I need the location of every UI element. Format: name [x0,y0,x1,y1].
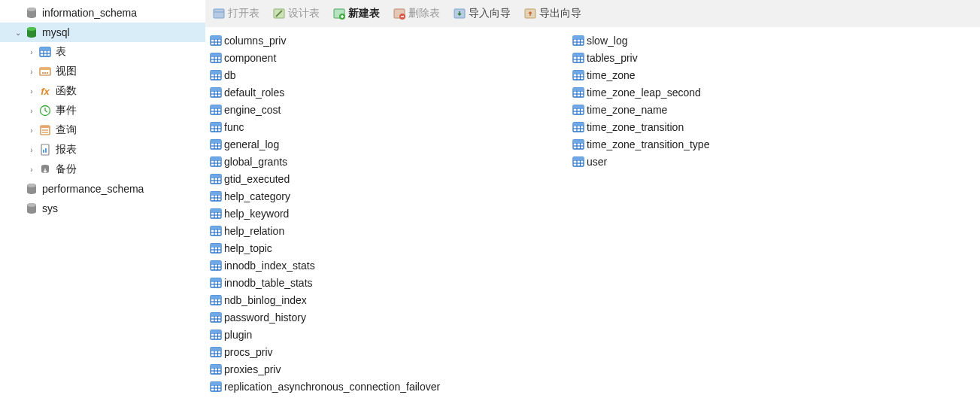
table-item[interactable]: help_relation [208,222,571,239]
table-item[interactable]: time_zone_transition_type [571,135,933,153]
table-item[interactable]: help_topic [208,239,571,257]
main-area: 打开表 设计表 新建表 删除表 导入向导 导出向导 [205,0,980,404]
db-node-performance-schema[interactable]: performance_schema [0,179,205,199]
table-item[interactable]: innodb_index_stats [208,257,571,274]
new-table-button[interactable]: 新建表 [330,5,383,22]
table-icon [572,104,584,116]
tree-label: 备份 [56,163,77,176]
table-name: user [587,156,607,168]
tree-label: 事件 [56,104,77,117]
button-label: 设计表 [288,7,320,20]
db-label: mysql [42,26,70,38]
table-name: component [224,52,276,64]
sidebar: information_schema ⌄ mysql › 表 › 视图 › fx… [0,0,205,404]
tree-node-reports[interactable]: › 报表 [0,140,205,159]
table-item[interactable]: innodb_table_stats [208,274,571,291]
table-name: help_relation [224,225,284,237]
expand-arrow-icon: › [27,126,36,135]
table-item[interactable]: columns_priv [208,32,571,49]
tree-label: 查询 [56,123,77,137]
tree-node-backup[interactable]: › 备份 [0,159,205,179]
db-label: performance_schema [42,183,144,195]
db-node-information-schema[interactable]: information_schema [0,3,205,23]
tree-node-queries[interactable]: › 查询 [0,120,205,140]
query-icon [38,123,52,137]
tree-label: 报表 [56,143,77,156]
delete-table-button[interactable]: 删除表 [390,5,443,22]
tree-node-events[interactable]: › 事件 [0,101,205,120]
table-item[interactable]: time_zone [571,66,933,84]
db-label: information_schema [42,7,137,19]
db-children-mysql: › 表 › 视图 › fx 函数 › 事件 › 查询 [0,42,205,179]
table-item[interactable]: help_category [208,187,571,205]
table-item[interactable]: password_history [208,308,571,326]
app-root: information_schema ⌄ mysql › 表 › 视图 › fx… [0,0,980,404]
table-item[interactable]: default_roles [208,84,571,101]
table-name: global_grants [224,156,287,168]
table-icon [572,87,584,99]
table-icon [210,87,222,99]
table-item[interactable]: time_zone_transition [571,118,933,135]
table-icon [572,156,584,168]
table-name: plugin [224,329,252,341]
table-name: gtid_executed [224,173,290,185]
table-icon [572,138,584,150]
table-icon [210,225,222,237]
table-item[interactable]: replication_asynchronous_connection_fail… [208,378,571,395]
tree-node-functions[interactable]: › fx 函数 [0,81,205,101]
table-icon [210,138,222,150]
table-item[interactable]: plugin [208,326,571,343]
table-name: innodb_index_stats [224,260,315,272]
collapse-arrow-icon: ⌄ [14,29,23,37]
table-item[interactable]: component [208,49,571,66]
design-table-icon [273,8,285,20]
table-item[interactable]: help_keyword [208,205,571,222]
table-name: help_topic [224,242,272,254]
table-item[interactable]: engine_cost [208,101,571,118]
tree-label: 表 [56,45,66,59]
table-icon [210,35,222,47]
table-icon [210,190,222,202]
table-item[interactable]: procs_priv [208,343,571,360]
import-wizard-button[interactable]: 导入向导 [451,5,514,22]
table-icon [210,311,222,324]
expand-arrow-icon: › [27,87,36,96]
table-icon [572,52,584,64]
report-icon [38,143,52,156]
db-node-mysql[interactable]: ⌄ mysql [0,23,205,42]
tree-label: 视图 [56,65,77,78]
table-item[interactable]: user [571,153,933,170]
delete-table-icon [393,8,405,20]
tree-node-tables[interactable]: › 表 [0,42,205,62]
table-item[interactable]: global_grants [208,153,571,170]
table-name: proxies_priv [224,363,281,375]
table-icon [210,329,222,341]
table-item[interactable]: ndb_binlog_index [208,291,571,308]
db-node-sys[interactable]: sys [0,199,205,218]
expand-arrow-icon: › [27,68,36,76]
table-item[interactable]: db [208,66,571,84]
tree-node-views[interactable]: › 视图 [0,62,205,81]
database-icon [25,182,38,196]
table-name: columns_priv [224,35,286,47]
open-table-icon [213,8,225,20]
table-name: slow_log [587,35,627,47]
table-icon [572,121,584,133]
database-icon [25,6,38,20]
table-icon [210,242,222,254]
table-name: help_keyword [224,208,289,220]
table-item[interactable]: proxies_priv [208,360,571,378]
export-wizard-button[interactable]: 导出向导 [521,5,584,22]
table-item[interactable]: time_zone_name [571,101,933,118]
table-item[interactable]: func [208,118,571,135]
table-item[interactable]: slow_log [571,32,933,49]
design-table-button[interactable]: 设计表 [270,5,323,22]
table-item[interactable]: tables_priv [571,49,933,66]
table-name: time_zone_name [587,104,667,116]
table-item[interactable]: gtid_executed [208,170,571,187]
table-name: func [224,121,244,133]
table-item[interactable]: general_log [208,135,571,153]
open-table-button[interactable]: 打开表 [210,5,262,22]
db-label: sys [42,202,58,214]
table-item[interactable]: time_zone_leap_second [571,84,933,101]
